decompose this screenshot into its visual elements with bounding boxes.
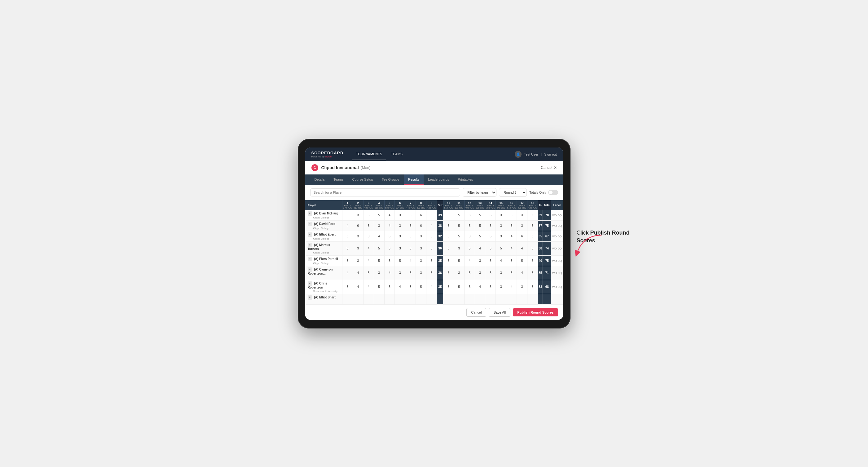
score-hole-8[interactable]: 5 — [416, 280, 426, 294]
score-hole-8[interactable]: 3 — [416, 241, 426, 255]
sign-out-link[interactable]: Sign out — [544, 152, 557, 156]
score-hole-11[interactable]: 5 — [454, 280, 464, 294]
score-hole-6[interactable]: 3 — [395, 220, 405, 231]
score-hole-3[interactable]: 5 — [363, 210, 374, 221]
score-hole-10[interactable]: 3 — [443, 231, 454, 241]
nav-tournaments[interactable]: TOURNAMENTS — [352, 149, 386, 160]
score-hole-14[interactable] — [485, 294, 496, 304]
score-hole-9[interactable]: 5 — [426, 255, 437, 266]
score-hole-3[interactable]: 4 — [363, 255, 374, 266]
score-hole-3[interactable] — [363, 294, 374, 304]
score-hole-4[interactable] — [374, 294, 384, 304]
score-hole-12[interactable]: 4 — [464, 255, 475, 266]
score-hole-16[interactable]: 4 — [506, 280, 517, 294]
score-hole-11[interactable]: 3 — [454, 266, 464, 280]
score-hole-6[interactable]: 3 — [395, 266, 405, 280]
score-hole-8[interactable]: 3 — [416, 266, 426, 280]
score-hole-3[interactable]: 4 — [363, 280, 374, 294]
score-hole-18[interactable]: 5 — [527, 220, 538, 231]
score-hole-1[interactable]: 3 — [342, 255, 353, 266]
dq-badge[interactable]: DQ — [557, 224, 562, 227]
score-hole-18[interactable]: 5 — [527, 241, 538, 255]
score-hole-17[interactable]: 3 — [517, 280, 527, 294]
tab-printables[interactable]: Printables — [453, 175, 477, 185]
score-hole-11[interactable]: 5 — [454, 210, 464, 221]
score-hole-2[interactable]: 3 — [353, 210, 363, 221]
score-hole-12[interactable]: 5 — [464, 241, 475, 255]
score-hole-13[interactable]: 5 — [475, 231, 485, 241]
score-hole-9[interactable]: 3 — [426, 231, 437, 241]
score-hole-3[interactable]: 3 — [363, 220, 374, 231]
score-hole-7[interactable]: 5 — [405, 220, 416, 231]
score-hole-16[interactable]: 4 — [506, 241, 517, 255]
score-hole-9[interactable]: 4 — [426, 220, 437, 231]
score-hole-14[interactable]: 3 — [485, 266, 496, 280]
score-hole-16[interactable]: 5 — [506, 266, 517, 280]
tab-leaderboards[interactable]: Leaderboards — [424, 175, 453, 185]
score-hole-11[interactable]: 5 — [454, 220, 464, 231]
score-hole-11[interactable] — [454, 294, 464, 304]
score-hole-17[interactable]: 3 — [517, 210, 527, 221]
wd-badge[interactable]: WD — [552, 259, 557, 262]
score-hole-8[interactable]: 6 — [416, 220, 426, 231]
score-hole-17[interactable]: 4 — [517, 241, 527, 255]
score-hole-3[interactable]: 4 — [363, 241, 374, 255]
score-hole-4[interactable]: 5 — [374, 280, 384, 294]
score-hole-4[interactable]: 5 — [374, 255, 384, 266]
dq-badge[interactable]: DQ — [557, 214, 562, 217]
score-hole-18[interactable]: 3 — [527, 266, 538, 280]
search-input[interactable] — [310, 188, 461, 196]
score-hole-9[interactable]: 5 — [426, 241, 437, 255]
score-hole-15[interactable]: 3 — [496, 210, 506, 221]
score-hole-16[interactable]: 5 — [506, 220, 517, 231]
score-hole-12[interactable]: 3 — [464, 280, 475, 294]
score-hole-9[interactable]: 4 — [426, 280, 437, 294]
dq-badge[interactable]: DQ — [557, 272, 562, 275]
score-hole-7[interactable]: 3 — [405, 280, 416, 294]
score-hole-5[interactable]: 3 — [384, 241, 395, 255]
score-hole-6[interactable]: 4 — [395, 280, 405, 294]
score-hole-14[interactable]: 3 — [485, 210, 496, 221]
score-hole-4[interactable]: 5 — [374, 210, 384, 221]
footer-cancel-button[interactable]: Cancel — [466, 308, 486, 317]
publish-round-scores-button[interactable]: Publish Round Scores — [513, 308, 558, 316]
score-hole-15[interactable]: 3 — [496, 280, 506, 294]
score-hole-16[interactable]: 3 — [506, 255, 517, 266]
score-hole-13[interactable]: 5 — [475, 220, 485, 231]
score-hole-4[interactable]: 3 — [374, 220, 384, 231]
score-hole-11[interactable]: 3 — [454, 241, 464, 255]
score-hole-10[interactable]: 3 — [443, 220, 454, 231]
dq-badge[interactable]: DQ — [557, 235, 562, 238]
score-hole-18[interactable]: 6 — [527, 255, 538, 266]
score-hole-13[interactable]: 3 — [475, 266, 485, 280]
score-hole-1[interactable]: 4 — [342, 220, 353, 231]
score-hole-11[interactable]: 5 — [454, 231, 464, 241]
score-hole-14[interactable]: 3 — [485, 241, 496, 255]
score-hole-10[interactable] — [443, 294, 454, 304]
score-hole-6[interactable] — [395, 294, 405, 304]
score-hole-13[interactable]: 5 — [475, 210, 485, 221]
dq-badge[interactable]: DQ — [557, 285, 562, 288]
score-hole-18[interactable]: 5 — [527, 231, 538, 241]
score-hole-5[interactable]: 4 — [384, 220, 395, 231]
nav-teams[interactable]: TEAMS — [387, 149, 406, 160]
score-hole-15[interactable]: 3 — [496, 266, 506, 280]
score-hole-7[interactable]: 5 — [405, 266, 416, 280]
score-hole-3[interactable]: 5 — [363, 266, 374, 280]
score-hole-17[interactable]: 5 — [517, 255, 527, 266]
score-hole-15[interactable] — [496, 294, 506, 304]
score-hole-4[interactable]: 4 — [374, 231, 384, 241]
score-hole-15[interactable]: 3 — [496, 220, 506, 231]
score-hole-8[interactable]: 3 — [416, 255, 426, 266]
score-hole-5[interactable]: 3 — [384, 231, 395, 241]
score-hole-14[interactable]: 3 — [485, 220, 496, 231]
score-hole-7[interactable]: 5 — [405, 241, 416, 255]
score-hole-2[interactable] — [353, 294, 363, 304]
score-hole-13[interactable] — [475, 294, 485, 304]
score-hole-2[interactable]: 4 — [353, 266, 363, 280]
score-hole-5[interactable] — [384, 294, 395, 304]
score-hole-1[interactable]: 3 — [342, 280, 353, 294]
score-hole-16[interactable]: 4 — [506, 231, 517, 241]
score-hole-17[interactable] — [517, 294, 527, 304]
score-hole-12[interactable]: 6 — [464, 210, 475, 221]
